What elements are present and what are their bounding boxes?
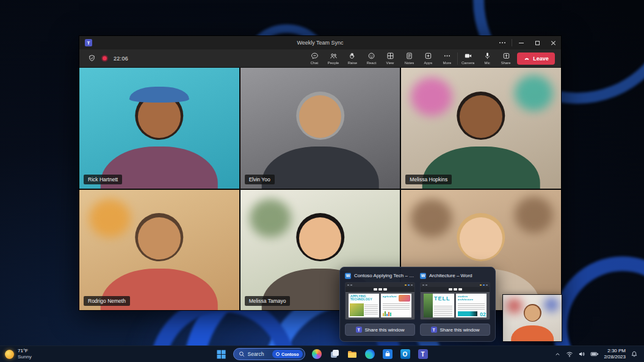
- taskbar-app-store[interactable]: [382, 348, 394, 360]
- minimize-button[interactable]: [513, 36, 529, 49]
- taskbar-app-edge[interactable]: [364, 348, 376, 360]
- share-button[interactable]: Share: [499, 52, 513, 65]
- teams-logo-icon: T: [85, 39, 92, 46]
- teams-icon: T: [418, 349, 428, 359]
- participant-silhouette: [424, 90, 538, 189]
- teams-icon: T: [431, 327, 437, 333]
- video-tile-melissa-hopkins[interactable]: Melissa Hopkins: [401, 68, 561, 189]
- outlook-icon: O: [400, 349, 410, 359]
- share-window-header: W Contoso Applying Tech – Word: [345, 272, 415, 280]
- mic-icon: [483, 52, 491, 60]
- window-title: Weekly Team Sync: [79, 40, 561, 46]
- taskbar: 71°F Sunny Contoso: [0, 346, 644, 362]
- document-photo: [399, 295, 410, 302]
- chat-icon: [311, 52, 319, 60]
- network-icon[interactable]: [566, 350, 573, 358]
- maximize-button[interactable]: [529, 36, 545, 49]
- taskbar-app-task-view[interactable]: [328, 348, 341, 360]
- window-more-button[interactable]: [494, 36, 510, 49]
- search-icon: [239, 351, 245, 357]
- notes-icon: [405, 52, 413, 60]
- document-text-lines: [434, 305, 452, 316]
- document-page: modern architecture 02: [456, 294, 487, 317]
- share-window-thumbnail[interactable]: APPLYING TECHNOLOGY agriculture: [345, 282, 415, 320]
- video-tile-rodrigo-nemeth[interactable]: Rodrigo Nemeth: [79, 190, 239, 311]
- share-window-header: W Architecture – Word: [420, 272, 490, 280]
- tray-clock[interactable]: 2:30 PM 2/28/2023: [604, 348, 626, 361]
- meeting-toolbar: 22:06 Chat People: [79, 49, 561, 68]
- participant-name-badge: Melissa Tamayo: [245, 296, 291, 306]
- react-button[interactable]: React: [364, 52, 378, 65]
- weather-temp: 71°F: [18, 348, 32, 354]
- word-icon: W: [345, 273, 351, 279]
- chat-button[interactable]: Chat: [307, 52, 322, 65]
- document-text-lines: [458, 302, 485, 310]
- document-accent-block: [458, 311, 477, 316]
- more-button[interactable]: More: [440, 52, 454, 65]
- meeting-timer: 22:06: [114, 56, 128, 62]
- task-view-icon: [330, 349, 339, 359]
- document-page: agriculture: [381, 294, 411, 317]
- copilot-icon: [312, 349, 322, 359]
- weather-condition: Sunny: [18, 354, 32, 360]
- share-window-title: Contoso Applying Tech – Word: [354, 273, 415, 278]
- titlebar: T Weekly Team Sync: [79, 36, 561, 49]
- share-window-thumbnail[interactable]: TELL modern architecture 02: [420, 282, 490, 320]
- weather-widget[interactable]: 71°F Sunny: [5, 348, 32, 360]
- video-tile-rick-hartnett[interactable]: Rick Hartnett: [79, 68, 239, 189]
- notes-button[interactable]: Notes: [402, 52, 416, 65]
- edge-icon: [365, 349, 375, 359]
- apps-icon: [424, 52, 432, 60]
- tray-time: 2:30 PM: [604, 348, 626, 354]
- share-option-contoso-applying-tech: W Contoso Applying Tech – Word APPLYING …: [345, 272, 415, 336]
- share-this-window-button[interactable]: T Share this window: [420, 324, 490, 336]
- raise-hand-button[interactable]: Raise: [345, 52, 360, 65]
- people-icon: [330, 52, 338, 60]
- hang-up-icon: [523, 56, 530, 62]
- people-button[interactable]: People: [326, 52, 341, 65]
- taskbar-app-teams[interactable]: T: [417, 348, 429, 360]
- self-silhouette: [511, 303, 553, 341]
- store-icon: [383, 349, 393, 359]
- taskbar-search[interactable]: Contoso: [233, 348, 305, 360]
- sun-icon: [5, 350, 14, 359]
- participant-silhouette: [102, 90, 217, 189]
- battery-icon[interactable]: [590, 350, 599, 358]
- more-icon: [443, 52, 451, 60]
- share-this-window-button[interactable]: T Share this window: [345, 324, 415, 336]
- document-photo: [350, 303, 364, 316]
- document-page: TELL: [424, 294, 454, 317]
- document-text-lines: [364, 303, 378, 316]
- apps-button[interactable]: Apps: [421, 52, 435, 65]
- recording-indicator-icon: [101, 55, 108, 62]
- video-tile-elvin-yoo[interactable]: Elvin Yoo: [241, 68, 400, 189]
- taskbar-app-copilot[interactable]: [311, 348, 323, 360]
- shield-check-icon: [88, 54, 96, 62]
- raise-hand-icon: [349, 52, 356, 60]
- share-window-popup: W Contoso Applying Tech – Word APPLYING …: [339, 267, 496, 342]
- view-button[interactable]: View: [383, 52, 397, 65]
- taskbar-app-file-explorer[interactable]: [346, 348, 358, 360]
- desktop: T Weekly Team Sync 22:06: [0, 0, 644, 362]
- windows-logo-icon: [217, 350, 226, 359]
- start-button[interactable]: [215, 348, 228, 360]
- camera-icon: [464, 52, 472, 60]
- leave-button[interactable]: Leave: [517, 52, 555, 65]
- participant-silhouette: [262, 90, 377, 189]
- self-view-video[interactable]: [502, 294, 562, 342]
- speaker-icon[interactable]: [578, 350, 585, 358]
- contoso-logo-icon: [276, 352, 280, 356]
- toolbar-divider: [457, 52, 458, 65]
- document-photo: [424, 294, 433, 317]
- camera-button[interactable]: Camera: [461, 52, 476, 65]
- taskbar-app-outlook[interactable]: O: [399, 348, 411, 360]
- participant-name-badge: Rodrigo Nemeth: [84, 296, 130, 306]
- view-icon: [386, 52, 394, 60]
- tray-chevron-up-icon[interactable]: [554, 351, 561, 358]
- close-button[interactable]: [545, 36, 561, 49]
- mic-button[interactable]: Mic: [480, 52, 494, 65]
- search-input[interactable]: [248, 351, 270, 357]
- contoso-search-badge[interactable]: Contoso: [272, 350, 302, 358]
- share-icon: [502, 52, 510, 60]
- notification-bell-icon[interactable]: [631, 350, 638, 358]
